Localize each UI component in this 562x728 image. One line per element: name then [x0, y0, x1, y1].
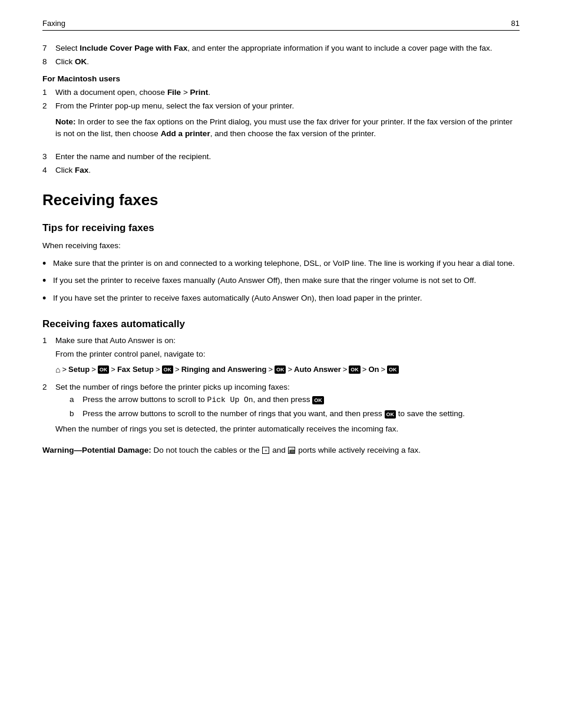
- warning-and: and: [272, 446, 287, 454]
- nav-setup: Setup: [68, 365, 90, 374]
- step-7-num: 7: [42, 44, 52, 52]
- nav-sep-4: >: [156, 365, 160, 374]
- add-printer-bold: Add a printer: [161, 129, 210, 138]
- header-section-label: Faxing: [42, 19, 65, 28]
- step-8: 8 Click OK.: [42, 57, 520, 66]
- nav-sep-7: >: [287, 365, 292, 374]
- step-8-bold: OK: [75, 57, 87, 66]
- phone-port-icon: +: [262, 447, 269, 454]
- auto-heading: Receiving faxes automatically: [42, 318, 520, 330]
- mac-step-1-content: With a document open, choose File > Prin…: [55, 88, 520, 97]
- ok-badge-b: OK: [385, 410, 396, 419]
- mac-step-2: 2 From the Printer pop-up menu, select t…: [42, 101, 520, 147]
- pick-up-on-code: Pick Up On: [207, 396, 253, 404]
- sub-step-b: b Press the arrow buttons to scroll to t…: [58, 409, 520, 419]
- nav-sep-3: >: [111, 365, 115, 374]
- mac-section: For Macintosh users 1 With a document op…: [42, 74, 520, 174]
- mac-step-4: 4 Click Fax.: [42, 166, 520, 174]
- tips-bullet-list: • Make sure that the printer is on and c…: [42, 258, 520, 305]
- ok-badge-4: OK: [349, 365, 361, 374]
- nav-sep-10: >: [381, 365, 386, 374]
- alpha-a-label: a: [70, 395, 78, 404]
- auto-step-2: 2 Set the number of rings before the pri…: [42, 383, 520, 435]
- nav-line: ⌂ > Setup > OK > Fax Setup > OK > Ringin…: [55, 365, 520, 374]
- nav-sep-9: >: [362, 365, 367, 374]
- auto-step-1-content: Make sure that Auto Answer is on: From t…: [55, 336, 520, 380]
- ok-badge-1: OK: [98, 365, 110, 374]
- home-icon: ⌂: [55, 365, 60, 374]
- nav-sep-5: >: [175, 365, 180, 374]
- ok-badge-a: OK: [312, 396, 324, 404]
- auto-step-1-num: 1: [42, 336, 52, 380]
- auto-step-2-num: 2: [42, 383, 52, 435]
- bullet-dot-3: •: [42, 292, 48, 305]
- step-8-content: Click OK.: [55, 57, 520, 66]
- sub-steps: a Press the arrow buttons to scroll to P…: [58, 395, 520, 419]
- print-bold: Print: [190, 88, 209, 97]
- step-7-content: Select Include Cover Page with Fax, and …: [55, 44, 520, 52]
- bullet-dot-2: •: [42, 275, 48, 288]
- alpha-b-label: b: [70, 409, 78, 419]
- nav-sep-2: >: [91, 365, 96, 374]
- tips-intro: When receiving faxes:: [42, 240, 520, 252]
- warning-label: Warning—Potential Damage:: [42, 446, 151, 454]
- note-label: Note:: [55, 117, 76, 126]
- mac-step-4-num: 4: [42, 166, 52, 174]
- receiving-faxes-title: Receiving faxes: [42, 191, 520, 209]
- alpha-b-content: Press the arrow buttons to scroll to the…: [82, 409, 465, 419]
- auto-step-1: 1 Make sure that Auto Answer is on: From…: [42, 336, 520, 380]
- mac-step-2-num: 2: [42, 101, 52, 147]
- mac-step-3-content: Enter the name and number of the recipie…: [55, 152, 520, 161]
- step-7: 7 Select Include Cover Page with Fax, an…: [42, 44, 520, 52]
- mac-step-4-content: Click Fax.: [55, 166, 520, 174]
- page-header: Faxing 81: [42, 19, 520, 31]
- header-page-number: 81: [511, 19, 520, 28]
- mac-step-2-content: From the Printer pop-up menu, select the…: [55, 101, 520, 147]
- tip-3-text: If you have set the printer to receive f…: [53, 292, 422, 305]
- intro-steps: 7 Select Include Cover Page with Fax, an…: [42, 44, 520, 66]
- mac-step-1-num: 1: [42, 88, 52, 97]
- tip-1-text: Make sure that the printer is on and con…: [53, 258, 515, 271]
- note-block: Note: In order to see the fax options on…: [55, 116, 520, 140]
- nav-auto-answer: Auto Answer: [294, 365, 341, 374]
- tip-bullet-1: • Make sure that the printer is on and c…: [42, 258, 520, 271]
- mac-step-3: 3 Enter the name and number of the recip…: [42, 152, 520, 161]
- warning-text: Do not touch the cables or the: [154, 446, 262, 454]
- nav-on: On: [368, 365, 379, 374]
- ok-badge-2: OK: [162, 365, 174, 374]
- tip-bullet-2: • If you set the printer to receive faxe…: [42, 275, 520, 288]
- ok-badge-3: OK: [275, 365, 286, 374]
- nav-fax-setup: Fax Setup: [117, 365, 154, 374]
- bullet-dot-1: •: [42, 258, 48, 271]
- fax-port-icon: 📠: [288, 447, 295, 454]
- alpha-a-content: Press the arrow buttons to scroll to Pic…: [82, 395, 324, 404]
- step-7-bold: Include Cover Page with Fax: [80, 44, 187, 52]
- nav-ringing: Ringing and Answering: [181, 365, 267, 374]
- step-8-num: 8: [42, 57, 52, 66]
- mac-heading: For Macintosh users: [42, 74, 520, 83]
- mac-step-3-num: 3: [42, 152, 52, 161]
- tips-heading: Tips for receiving faxes: [42, 222, 520, 234]
- warning-end: ports while actively receiving a fax.: [298, 446, 421, 454]
- nav-sep-6: >: [268, 365, 273, 374]
- nav-sep-8: >: [343, 365, 348, 374]
- ok-badge-5: OK: [387, 365, 399, 374]
- warning-block: Warning—Potential Damage: Do not touch t…: [42, 444, 520, 456]
- sub-step-a: a Press the arrow buttons to scroll to P…: [58, 395, 520, 404]
- nav-sep-1: >: [62, 365, 67, 374]
- tip-bullet-3: • If you have set the printer to receive…: [42, 292, 520, 305]
- page: Faxing 81 7 Select Include Cover Page wi…: [0, 0, 562, 728]
- auto-detect-text: When the number of rings you set is dete…: [55, 423, 520, 435]
- mac-step-1: 1 With a document open, choose File > Pr…: [42, 88, 520, 97]
- fax-bold: Fax: [75, 166, 88, 174]
- from-panel-text: From the printer control panel, navigate…: [55, 348, 520, 360]
- tip-2-text: If you set the printer to receive faxes …: [53, 275, 476, 288]
- file-bold: File: [167, 88, 181, 97]
- auto-step-2-content: Set the number of rings before the print…: [55, 383, 520, 435]
